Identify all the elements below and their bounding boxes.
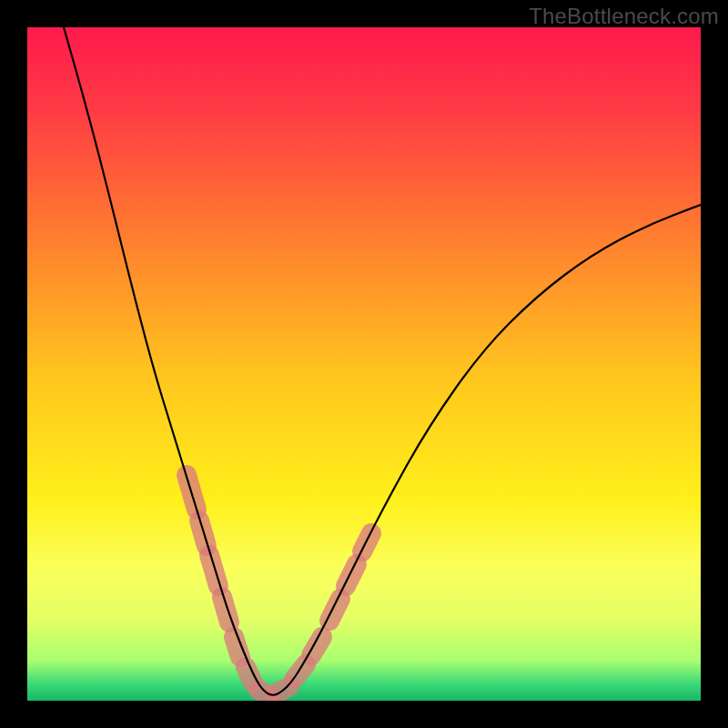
curve-marker: [209, 555, 218, 586]
curve-layer: [27, 27, 701, 701]
curve-marker: [346, 564, 357, 586]
outer-frame: TheBottleneck.com: [0, 0, 728, 728]
plot-area: [27, 27, 701, 701]
watermark-text: TheBottleneck.com: [529, 4, 719, 29]
bottleneck-curve: [64, 27, 701, 695]
